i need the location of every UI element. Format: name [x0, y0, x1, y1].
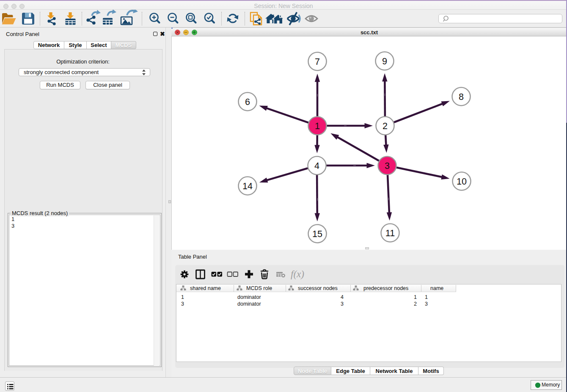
svg-text:14: 14 [242, 181, 253, 191]
svg-text:6: 6 [245, 97, 250, 107]
svg-text:8: 8 [459, 92, 464, 102]
svg-text:1: 1 [315, 121, 320, 131]
svg-text:2: 2 [383, 121, 388, 131]
svg-text:f(x): f(x) [291, 269, 304, 279]
svg-text:15: 15 [312, 229, 322, 239]
svg-text:7: 7 [315, 57, 320, 67]
svg-text:4: 4 [314, 161, 319, 171]
svg-text:3: 3 [385, 161, 390, 171]
svg-text:9: 9 [382, 56, 387, 66]
svg-text:10: 10 [457, 177, 467, 187]
svg-text:11: 11 [385, 228, 395, 238]
